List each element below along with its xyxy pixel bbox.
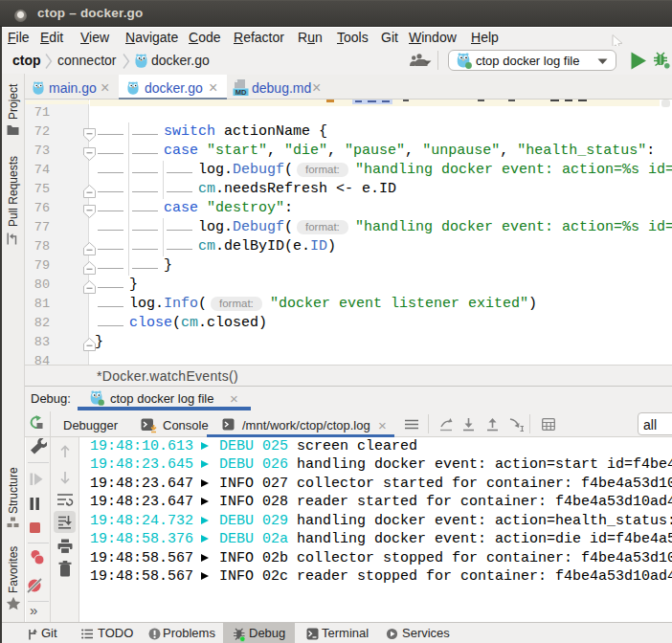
svg-text:MD: MD: [235, 88, 247, 96]
